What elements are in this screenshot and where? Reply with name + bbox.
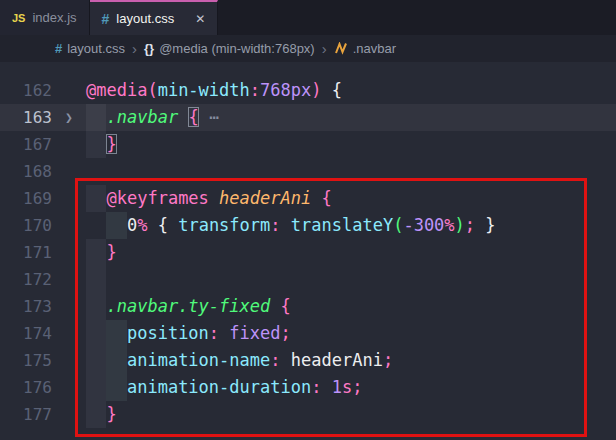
code-token: ) <box>455 215 465 235</box>
code-token: } <box>106 134 116 154</box>
line-content[interactable]: position: fixed; <box>86 320 616 347</box>
code-token: ⋯ <box>199 107 219 127</box>
fold-gutter <box>52 320 86 347</box>
line-tokens: @keyframes headerAni { <box>86 188 332 208</box>
code-token: min-width <box>158 80 250 100</box>
line-content[interactable]: } <box>86 239 616 266</box>
code-line-175[interactable]: 175 animation-name: headerAni; <box>0 347 616 374</box>
fold-gutter <box>52 212 86 239</box>
code-token: s <box>342 377 352 397</box>
code-token: % <box>444 215 454 235</box>
code-line-173[interactable]: 173 .navbar.ty-fixed { <box>0 293 616 320</box>
css-file-icon: # <box>55 41 62 56</box>
code-token: } <box>106 404 116 424</box>
code-token: : <box>209 323 219 343</box>
code-token <box>86 242 106 262</box>
tab-label: layout.css <box>116 11 174 26</box>
code-token <box>86 404 106 424</box>
fold-gutter <box>52 77 86 104</box>
line-content[interactable]: @keyframes headerAni { <box>86 185 616 212</box>
code-token: { <box>270 296 290 316</box>
line-tokens: 0% { transform: translateY(-300%); } <box>86 215 496 235</box>
js-file-icon: JS <box>12 12 25 24</box>
code-line-167[interactable]: 167 } <box>0 131 616 158</box>
line-content[interactable] <box>86 158 616 185</box>
fold-gutter <box>52 158 86 185</box>
line-number: 174 <box>0 320 52 347</box>
code-line-162[interactable]: 162@media(min-width:768px) { <box>0 77 616 104</box>
code-token: ; <box>352 377 362 397</box>
fold-gutter <box>52 131 86 158</box>
fold-gutter <box>52 374 86 401</box>
line-tokens: position: fixed; <box>86 323 291 343</box>
code-line-176[interactable]: 176 animation-duration: 1s; <box>0 374 616 401</box>
breadcrumb-label: layout.css <box>67 41 125 56</box>
code-token: ; <box>465 215 475 235</box>
line-number: 177 <box>0 401 52 428</box>
code-token <box>86 215 127 235</box>
fold-gutter <box>52 347 86 374</box>
code-token <box>86 350 127 370</box>
line-content[interactable]: .navbar { ⋯ <box>86 104 616 131</box>
code-token: 1 <box>332 377 342 397</box>
line-content[interactable]: animation-duration: 1s; <box>86 374 616 401</box>
line-tokens: } <box>86 134 117 154</box>
line-content[interactable]: } <box>86 131 616 158</box>
line-number: 173 <box>0 293 52 320</box>
code-token: 768px <box>260 80 311 100</box>
fold-gutter <box>52 266 86 293</box>
code-token: ) <box>311 80 321 100</box>
code-token: 0 <box>127 215 137 235</box>
code-line-177[interactable]: 177 } <box>0 401 616 428</box>
code-token: headerAni <box>291 350 383 370</box>
line-content[interactable]: animation-name: headerAni; <box>86 347 616 374</box>
code-token: translateY <box>291 215 393 235</box>
code-token: ; <box>281 323 291 343</box>
code-token: animation-duration <box>127 377 311 397</box>
code-token: @media( <box>86 80 158 100</box>
tab-index.js[interactable]: JSindex.js <box>0 0 90 35</box>
code-line-174[interactable]: 174 position: fixed; <box>0 320 616 347</box>
code-token: animation-name <box>127 350 270 370</box>
breadcrumb-separator: › <box>132 41 137 56</box>
code-token: { <box>311 188 331 208</box>
line-content[interactable]: 0% { transform: translateY(-300%); } <box>86 212 616 239</box>
breadcrumb-item-2[interactable]: {}@media (min-width:768px) <box>144 41 315 56</box>
code-editor[interactable]: 162@media(min-width:768px) {163❯ .navbar… <box>0 62 616 440</box>
code-token <box>178 107 188 127</box>
code-line-171[interactable]: 171 } <box>0 239 616 266</box>
tab-layout.css[interactable]: #layout.css✕ <box>90 0 219 35</box>
line-number: 176 <box>0 374 52 401</box>
code-line-172[interactable]: 172 <box>0 266 616 293</box>
line-content[interactable]: } <box>86 401 616 428</box>
breadcrumb-item-3[interactable]: .navbar <box>334 41 396 56</box>
code-token: } <box>475 215 495 235</box>
code-token: @keyframes <box>106 188 208 208</box>
code-line-170[interactable]: 170 0% { transform: translateY(-300%); } <box>0 212 616 239</box>
code-token <box>281 215 291 235</box>
code-line-169[interactable]: 169 @keyframes headerAni { <box>0 185 616 212</box>
code-token: { <box>188 107 198 127</box>
code-token: -300 <box>403 215 444 235</box>
breadcrumb-item-1[interactable]: #layout.css <box>55 41 125 56</box>
line-content[interactable]: .navbar.ty-fixed { <box>86 293 616 320</box>
breadcrumb: #layout.css›{}@media (min-width:768px)›.… <box>0 35 616 62</box>
code-line-163[interactable]: 163❯ .navbar { ⋯ <box>0 104 616 131</box>
fold-chevron-icon[interactable]: ❯ <box>52 104 86 131</box>
code-token <box>86 296 106 316</box>
line-content[interactable]: @media(min-width:768px) { <box>86 77 616 104</box>
breadcrumb-label: .navbar <box>353 41 396 56</box>
close-icon[interactable]: ✕ <box>195 12 205 26</box>
code-token <box>281 350 291 370</box>
vscode-window: JSindex.js#layout.css✕ #layout.css›{}@me… <box>0 0 616 440</box>
css-rule-icon <box>334 41 348 56</box>
code-token: ; <box>383 350 393 370</box>
line-number: 170 <box>0 212 52 239</box>
code-line-168[interactable]: 168 <box>0 158 616 185</box>
css-file-icon: # <box>102 11 110 27</box>
line-content[interactable] <box>86 266 616 293</box>
line-number: 167 <box>0 131 52 158</box>
line-number: 175 <box>0 347 52 374</box>
code-token: fixed <box>229 323 280 343</box>
line-tokens: } <box>86 404 117 424</box>
